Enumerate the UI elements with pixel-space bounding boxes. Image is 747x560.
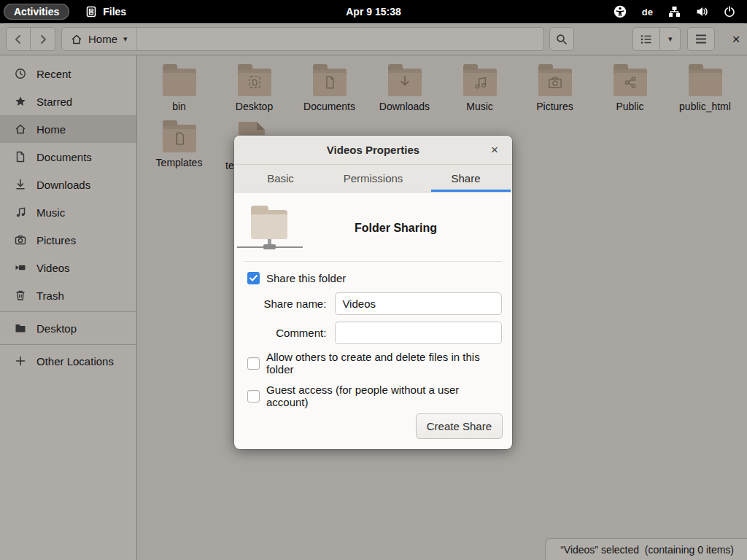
checkbox-label: Guest access (for people without a user … (266, 384, 502, 408)
activities-button[interactable]: Activities (4, 4, 69, 20)
file-label: Public (616, 101, 643, 112)
document-icon (15, 151, 26, 163)
sidebar-item-label: Home (36, 123, 66, 136)
history-nav-group (6, 27, 55, 51)
trash-icon (15, 289, 26, 301)
accessibility-icon[interactable] (614, 5, 627, 18)
list-view-button[interactable] (632, 27, 660, 51)
file-item-public-html[interactable]: public_html (667, 61, 743, 117)
checkbox-unchecked-icon[interactable] (247, 357, 260, 370)
folder-icon (689, 69, 722, 96)
dialog-actions: Create Share (416, 413, 503, 439)
sidebar-item-label: Videos (36, 262, 70, 274)
dialog-header[interactable]: Videos Properties × (234, 136, 512, 165)
search-button[interactable] (549, 27, 574, 51)
share-name-row: Share name: (244, 292, 502, 315)
tab-share[interactable]: Share (419, 165, 512, 192)
sidebar-item-home[interactable]: Home (0, 115, 136, 143)
checkbox-unchecked-icon[interactable] (247, 390, 260, 402)
share-name-label: Share name: (244, 298, 326, 310)
shared-folder-icon (249, 204, 290, 252)
file-item-downloads[interactable]: Downloads (367, 61, 442, 117)
folder-icon-desktop-emblem (238, 69, 271, 96)
location-caret-icon: ▾ (123, 34, 128, 44)
sidebar-item-label: Trash (36, 289, 64, 302)
sidebar-item-other-locations[interactable]: Other Locations (0, 347, 136, 375)
view-options-caret-icon: ▾ (668, 34, 673, 44)
sidebar-item-label: Music (36, 206, 65, 219)
file-label: Pictures (536, 101, 573, 112)
share-name-input[interactable] (335, 292, 502, 315)
create-share-button[interactable]: Create Share (416, 413, 503, 439)
guest-access-checkbox-row[interactable]: Guest access (for people without a user … (247, 384, 502, 408)
sidebar-item-documents[interactable]: Documents (0, 143, 136, 171)
file-item-documents[interactable]: Documents (292, 61, 367, 117)
sidebar-item-starred[interactable]: Starred (0, 88, 136, 115)
star-icon (15, 96, 26, 107)
current-location-crumb[interactable]: Home ▾ (62, 28, 137, 50)
file-item-templates[interactable]: Templates (142, 117, 217, 174)
top-bar: Activities Files Apr 9 15:38 de (0, 0, 747, 23)
file-label: public_html (679, 101, 731, 112)
power-icon[interactable] (724, 6, 735, 18)
home-icon (15, 123, 26, 135)
system-status-area[interactable]: de (614, 5, 747, 18)
volume-icon[interactable] (696, 6, 708, 18)
dialog-close-button[interactable]: × (486, 141, 503, 159)
network-icon[interactable] (668, 6, 681, 18)
sidebar-item-downloads[interactable]: Downloads (0, 171, 136, 198)
forward-button[interactable] (31, 27, 55, 51)
folder-icon-template-emblem (163, 125, 196, 152)
tab-basic[interactable]: Basic (234, 165, 327, 192)
window-close-button[interactable]: × (725, 28, 747, 50)
file-manager-toolbar: Home ▾ ▾ × (0, 23, 747, 55)
home-icon (71, 34, 82, 45)
hamburger-menu-button[interactable] (687, 27, 715, 51)
focused-app-menu[interactable]: Files (85, 6, 126, 18)
sidebar-item-label: Pictures (36, 234, 76, 246)
sidebar-item-recent[interactable]: Recent (0, 60, 136, 88)
view-options-button[interactable]: ▾ (660, 27, 681, 51)
file-label: te (225, 160, 234, 171)
path-bar[interactable]: Home ▾ (61, 27, 544, 51)
checkbox-label: Share this folder (266, 272, 346, 284)
comment-input[interactable] (335, 322, 502, 344)
keyboard-layout-indicator[interactable]: de (642, 7, 653, 18)
file-label: Desktop (236, 101, 273, 112)
places-sidebar: Recent Starred Home Documents Downloads … (0, 55, 137, 560)
sidebar-item-label: Recent (36, 68, 71, 80)
sidebar-item-desktop[interactable]: Desktop (0, 314, 136, 342)
back-button[interactable] (6, 27, 31, 51)
tab-permissions[interactable]: Permissions (327, 165, 419, 192)
dialog-title: Videos Properties (327, 144, 419, 156)
dialog-separator (244, 261, 502, 262)
file-item-music[interactable]: Music (442, 61, 517, 117)
folder-sharing-heading: Folder Sharing (290, 222, 502, 235)
folder-icon-music-emblem (463, 69, 497, 96)
file-label: bin (172, 101, 186, 112)
file-item-public[interactable]: Public (592, 61, 667, 117)
folder-icon-document-emblem (313, 69, 347, 96)
video-camera-icon (15, 262, 26, 273)
focused-app-name: Files (103, 6, 126, 18)
file-label: Downloads (379, 101, 430, 112)
file-item-bin[interactable]: bin (142, 61, 217, 117)
sidebar-separator (0, 344, 136, 345)
file-item-desktop[interactable]: Desktop (217, 61, 292, 117)
sidebar-separator (0, 311, 136, 312)
checkbox-checked-icon[interactable] (247, 272, 260, 284)
folder-sharing-header: Folder Sharing (244, 204, 502, 252)
folder-icon-camera-emblem (538, 69, 572, 96)
file-label: Templates (156, 158, 203, 168)
plus-icon (15, 355, 26, 367)
sidebar-item-label: Documents (36, 151, 92, 163)
sidebar-item-trash[interactable]: Trash (0, 281, 136, 309)
allow-others-checkbox-row[interactable]: Allow others to create and delete files … (247, 351, 502, 376)
sidebar-item-pictures[interactable]: Pictures (0, 226, 136, 254)
share-this-folder-checkbox-row[interactable]: Share this folder (247, 272, 502, 284)
file-item-pictures[interactable]: Pictures (517, 61, 592, 117)
sidebar-item-videos[interactable]: Videos (0, 254, 136, 281)
view-switcher-group: ▾ (632, 27, 681, 51)
download-icon (15, 179, 26, 190)
sidebar-item-music[interactable]: Music (0, 198, 136, 226)
